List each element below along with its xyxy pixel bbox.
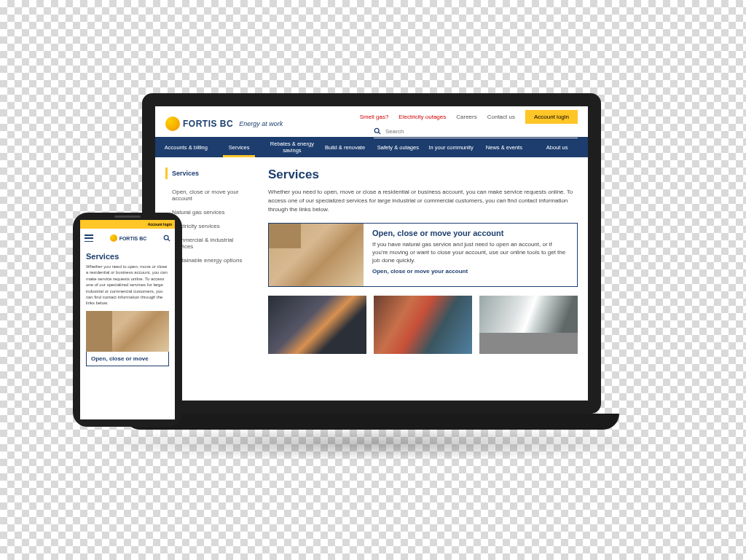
nav-build-renovate[interactable]: Build & renovate xyxy=(318,138,372,157)
mobile-header: FORTIS BC xyxy=(80,229,175,248)
mobile-page-intro: Whether you need to open, move or close … xyxy=(86,264,169,307)
nav-community[interactable]: In your community xyxy=(425,138,478,157)
nav-accounts-billing[interactable]: Accounts & billing xyxy=(160,138,213,157)
mobile-page-title: Services xyxy=(86,252,169,261)
hamburger-menu-icon[interactable] xyxy=(85,234,93,242)
nav-services[interactable]: Services xyxy=(213,138,266,157)
brand-logo[interactable]: FORTIS BC Energy at work xyxy=(165,117,283,131)
feature-image-moving-boxes xyxy=(269,224,364,286)
search-input[interactable] xyxy=(385,128,578,135)
contact-us-link[interactable]: Contact us xyxy=(487,114,515,120)
mobile-feature-image xyxy=(86,311,169,352)
mobile-search-icon[interactable] xyxy=(163,232,170,245)
svg-point-2 xyxy=(164,235,168,240)
laptop-base xyxy=(124,414,619,430)
nav-rebates[interactable]: Rebates & energy savings xyxy=(266,134,319,160)
page-title: Services xyxy=(268,167,578,182)
sidebar-item-open-account[interactable]: Open, close or move your account xyxy=(165,185,256,205)
nav-about-us[interactable]: About us xyxy=(530,138,584,157)
careers-link[interactable]: Careers xyxy=(456,114,476,120)
header-bar: FORTIS BC Energy at work Smell gas? Elec… xyxy=(155,106,588,137)
feature-title: Open, close or move your account xyxy=(372,229,568,237)
service-card-grid xyxy=(268,296,578,354)
service-card-2[interactable] xyxy=(374,296,472,354)
mobile-feature-title: Open, close or move xyxy=(91,355,164,362)
search-icon xyxy=(374,127,381,136)
service-card-3[interactable] xyxy=(479,296,578,354)
brand-name: FORTIS BC xyxy=(183,119,233,129)
main-content: Services Whether you need to open, move … xyxy=(268,167,578,354)
feature-text: If you have natural gas service and just… xyxy=(372,240,568,265)
primary-nav: Accounts & billing Services Rebates & en… xyxy=(155,137,588,157)
search-bar[interactable] xyxy=(374,126,578,138)
svg-line-3 xyxy=(168,239,170,241)
phone-mockup: Account login FORTIS BC Services Whether… xyxy=(73,213,182,427)
svg-point-0 xyxy=(374,128,379,133)
mobile-account-login-button[interactable]: Account login xyxy=(148,222,172,226)
electricity-outages-link[interactable]: Electricity outages xyxy=(398,114,446,120)
laptop-mockup: FORTIS BC Energy at work Smell gas? Elec… xyxy=(142,93,601,414)
nav-news-events[interactable]: News & events xyxy=(478,138,531,157)
utility-links: Smell gas? Electricity outages Careers C… xyxy=(360,110,578,124)
account-login-button[interactable]: Account login xyxy=(525,110,578,124)
feature-card[interactable]: Open, close or move your account If you … xyxy=(268,223,578,287)
page-intro: Whether you need to open, move or close … xyxy=(268,188,578,214)
laptop-screen: FORTIS BC Energy at work Smell gas? Elec… xyxy=(155,106,588,401)
sidebar-item-natural-gas[interactable]: Natural gas services xyxy=(165,205,256,219)
svg-line-1 xyxy=(378,132,380,134)
device-shadow xyxy=(73,427,670,460)
nav-safety-outages[interactable]: Safety & outages xyxy=(372,138,425,157)
phone-screen: Account login FORTIS BC Services Whether… xyxy=(80,220,175,419)
brand-tagline: Energy at work xyxy=(239,120,283,127)
sidebar-heading[interactable]: Services xyxy=(165,167,256,179)
mobile-logo[interactable]: FORTIS BC xyxy=(110,234,147,242)
page-body: Services Open, close or move your accoun… xyxy=(155,157,588,364)
mobile-feature-card[interactable]: Open, close or move xyxy=(86,352,169,366)
service-card-1[interactable] xyxy=(268,296,366,354)
logo-swirl-icon xyxy=(165,117,180,131)
header-right: Smell gas? Electricity outages Careers C… xyxy=(360,110,578,138)
smell-gas-link[interactable]: Smell gas? xyxy=(360,114,389,120)
mobile-brand-name: FORTIS BC xyxy=(119,236,147,241)
feature-link[interactable]: Open, close or move your account xyxy=(372,268,568,275)
mobile-body: Services Whether you need to open, move … xyxy=(80,248,175,371)
feature-body: Open, close or move your account If you … xyxy=(364,224,577,286)
mobile-topbar: Account login xyxy=(80,220,175,229)
mobile-logo-swirl-icon xyxy=(110,234,117,242)
